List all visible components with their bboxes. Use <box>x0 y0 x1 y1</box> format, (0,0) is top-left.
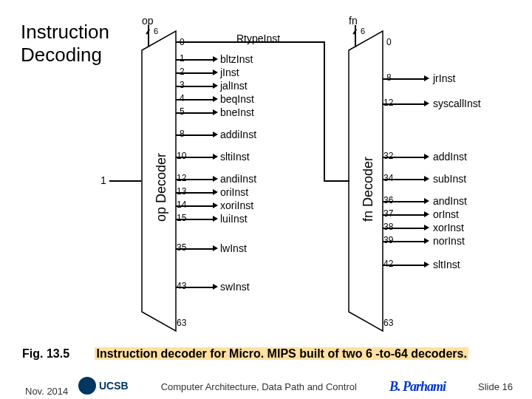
fn-input-label: fn <box>349 15 358 27</box>
footer: Nov. 2014 UCSB Computer Architecture, Da… <box>25 377 513 397</box>
figure-caption: Fig. 13.5 Instruction decoder for Micro.… <box>22 347 517 361</box>
fn-out-sig-37: orInst <box>433 208 459 220</box>
op-out-sig-4: beqInst <box>220 93 254 105</box>
op-bits: 6 <box>154 27 158 35</box>
fn-out-arrow-39 <box>424 238 429 244</box>
op-out-arrow-13 <box>213 189 218 195</box>
fn-out-arrow-34 <box>424 176 429 182</box>
op-out-num-5: 5 <box>180 106 185 117</box>
op-out-wire-10 <box>176 157 214 158</box>
fn-range-lo: 0 <box>386 37 392 47</box>
op-out-sig-8: addiInst <box>220 129 256 140</box>
fn-out-wire-34 <box>383 179 426 180</box>
op-out-sig-0: RtypeInst <box>236 33 280 44</box>
fn-out-num-8: 8 <box>386 72 392 83</box>
ucsb-text: UCSB <box>99 380 129 392</box>
op-out-sig-15: luiInst <box>220 213 248 225</box>
op-out-arrow-14 <box>213 202 218 208</box>
footer-left: Nov. 2014 UCSB <box>25 377 129 397</box>
fn-range-hi: 63 <box>383 318 393 328</box>
fn-out-arrow-37 <box>424 211 429 217</box>
op-out-arrow-5 <box>213 109 218 115</box>
op-out-arrow-3 <box>213 83 218 89</box>
title-line2: Decoding <box>21 44 109 66</box>
op-decoder-label: op Decoder <box>154 153 169 222</box>
op-out-arrow-12 <box>213 176 218 182</box>
fn-decoder-label: fn Decoder <box>361 157 376 222</box>
fn-out-sig-42: sltInst <box>433 259 460 270</box>
op-out-sig-3: jalInst <box>220 80 248 92</box>
fn-out-num-12: 12 <box>383 98 393 108</box>
op-out-num-1: 1 <box>180 53 185 64</box>
op-out-num-2: 2 <box>180 66 185 77</box>
op-range-hi: 63 <box>177 318 186 328</box>
op-out-arrow-1 <box>213 56 218 62</box>
op-out-sig-2: jInst <box>220 66 239 78</box>
op-out-arrow-2 <box>213 69 218 75</box>
footer-center: Computer Architecture, Data Path and Con… <box>161 381 357 392</box>
op-out-arrow-43 <box>213 284 218 290</box>
op-enable-wire <box>109 180 141 182</box>
op-out-num-13: 13 <box>177 186 186 197</box>
fn-out-sig-39: norInst <box>433 235 465 247</box>
footer-date: Nov. 2014 <box>25 386 68 397</box>
page-title: Instruction Decoding <box>21 21 109 66</box>
op-out-wire-2 <box>176 72 214 74</box>
title-line1: Instruction <box>21 21 109 44</box>
op-out-sig-13: oriInst <box>220 186 248 198</box>
op-out-sig-14: xoriInst <box>220 200 253 211</box>
fn-out-sig-36: andInst <box>433 195 467 207</box>
fn-out-num-39: 39 <box>383 235 393 245</box>
op-out-arrow-10 <box>213 154 218 160</box>
footer-slide: Slide 16 <box>478 381 513 392</box>
op-out-sig-1: bltzInst <box>220 53 253 65</box>
fn-out-wire-8 <box>383 78 426 80</box>
caption-text: Instruction decoder for Micro. MIPS buil… <box>95 347 468 360</box>
op-out-arrow-8 <box>213 132 218 137</box>
op-out-wire-3 <box>176 86 214 87</box>
fn-out-sig-8: jrInst <box>433 72 455 84</box>
op-out-arrow-35 <box>213 245 218 251</box>
op-out-num-4: 4 <box>180 93 185 103</box>
op-out-sig-12: andiInst <box>220 173 256 185</box>
fn-out-wire-37 <box>383 214 426 216</box>
op-out-num-43: 43 <box>177 281 186 291</box>
fn-out-arrow-8 <box>424 75 429 81</box>
op-out-sig-35: lwInst <box>220 242 247 254</box>
fn-out-arrow-42 <box>424 262 429 267</box>
op-out-wire-14 <box>176 205 214 207</box>
fn-out-num-38: 38 <box>383 222 393 232</box>
op-out-arrow-15 <box>213 216 218 222</box>
figure-number: Fig. 13.5 <box>22 347 69 360</box>
fn-out-wire-39 <box>383 241 426 242</box>
op-out-wire-15 <box>176 219 214 220</box>
decoder-diagram: op Decoder op 6 1 0 RtypeInst 1 bltzInst… <box>111 15 525 332</box>
op-out-wire-43 <box>176 287 214 288</box>
fn-out-num-37: 37 <box>383 208 393 219</box>
fn-out-sig-38: xorInst <box>433 222 464 233</box>
op-out-num-3: 3 <box>180 80 185 90</box>
fn-out-arrow-38 <box>424 225 429 231</box>
op-out-num-12: 12 <box>177 173 186 183</box>
op-out-wire-4 <box>176 99 214 100</box>
op-enable: 1 <box>100 174 106 186</box>
fn-out-wire-42 <box>383 265 426 266</box>
op-out-sig-43: swInst <box>220 281 250 293</box>
fn-out-arrow-12 <box>424 100 429 106</box>
op-out-wire-12 <box>176 179 214 180</box>
op-out-num-15: 15 <box>177 213 186 223</box>
op-out-wire-35 <box>176 248 214 250</box>
fn-out-wire-32 <box>383 157 426 158</box>
op-out-sig-10: sltiInst <box>220 151 250 163</box>
rtype-to-fn-vwire <box>324 41 325 180</box>
fn-out-sig-32: addInst <box>433 151 467 163</box>
rtype-to-fn-hwire <box>324 180 349 182</box>
op-out-arrow-4 <box>213 96 218 102</box>
fn-out-wire-12 <box>383 103 426 105</box>
op-out-num-35: 35 <box>177 242 186 253</box>
fn-out-arrow-32 <box>424 154 429 160</box>
op-out-wire-13 <box>176 192 214 194</box>
fn-out-num-42: 42 <box>383 259 393 269</box>
fn-out-num-36: 36 <box>383 195 393 205</box>
fn-out-sig-12: syscallInst <box>433 98 481 109</box>
